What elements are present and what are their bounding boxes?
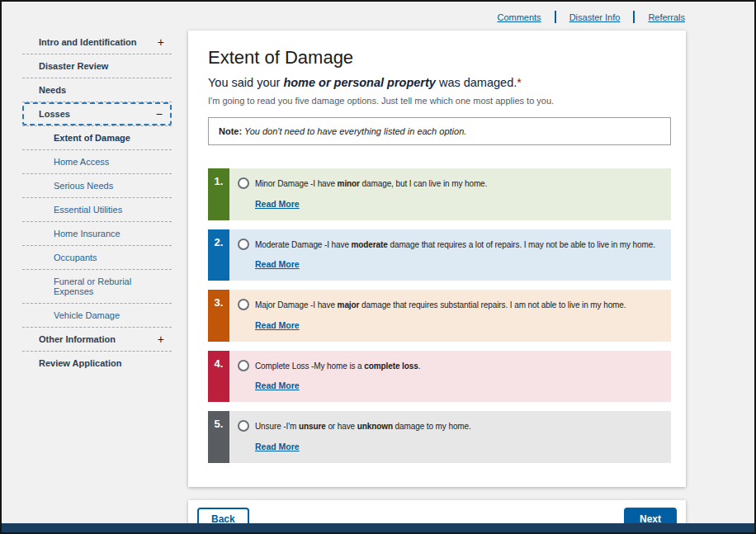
sidebar-item-serious-needs[interactable]: Serious Needs [22, 174, 172, 198]
question-text-post: was damaged. [436, 76, 517, 89]
option-body: Moderate Damage -I have moderate damage … [229, 229, 671, 281]
option-label: Unsure -I'm unsure or have unknown damag… [255, 421, 471, 432]
question-text-emphasis: home or personal property [283, 76, 436, 89]
option-number-badge: 4. [208, 351, 229, 403]
option-body: Major Damage -I have major damage that r… [229, 290, 671, 342]
page-title: Extent of Damage [208, 47, 671, 69]
top-nav-divider [633, 11, 635, 23]
option-label-row: Moderate Damage -I have moderate damage … [238, 239, 664, 251]
footer-bar [2, 523, 754, 532]
page-body: Intro and Identification + Disaster Revi… [2, 29, 754, 534]
sidebar-item-label: Other Information [39, 334, 116, 344]
read-more-link[interactable]: Read More [255, 259, 300, 269]
sidebar-item-funeral-or-reburial-expenses[interactable]: Funeral or Reburial Expenses [22, 270, 172, 304]
top-link-referrals[interactable]: Referrals [648, 12, 685, 22]
damage-option-minor: 1. Minor Damage -I have minor damage, bu… [208, 168, 671, 220]
option-number-badge: 1. [208, 168, 229, 220]
sidebar-item-other-information[interactable]: Other Information + [22, 328, 172, 352]
damage-options-list: 1. Minor Damage -I have minor damage, bu… [208, 168, 671, 463]
sidebar-item-home-access[interactable]: Home Access [22, 150, 172, 174]
option-label-row: Unsure -I'm unsure or have unknown damag… [238, 421, 664, 432]
option-label: Complete Loss -My home is a complete los… [255, 361, 420, 372]
sidebar-item-extent-of-damage[interactable]: Extent of Damage [22, 126, 172, 150]
question-text: You said your home or personal property … [208, 76, 671, 89]
sidebar-item-home-insurance[interactable]: Home Insurance [22, 222, 172, 246]
damage-option-complete-loss: 4. Complete Loss -My home is a complete … [208, 351, 671, 403]
top-nav: Comments Disaster Info Referrals [2, 2, 754, 29]
sidebar-item-intro-and-identification[interactable]: Intro and Identification + [22, 31, 172, 54]
option-number-badge: 5. [208, 411, 229, 463]
note-box: Note: You don't need to have everything … [208, 117, 671, 145]
required-asterisk: * [517, 76, 522, 89]
radio-button[interactable] [238, 360, 249, 371]
sidebar-item-label: Needs [39, 85, 66, 95]
sidebar-item-label: Intro and Identification [39, 37, 137, 47]
option-label-row: Complete Loss -My home is a complete los… [238, 361, 664, 372]
top-link-comments[interactable]: Comments [497, 12, 541, 22]
sidebar-item-review-application[interactable]: Review Application [22, 352, 172, 375]
question-text-pre: You said your [208, 76, 283, 89]
plus-icon[interactable]: + [158, 38, 168, 46]
app-window: Comments Disaster Info Referrals Intro a… [0, 0, 756, 534]
top-nav-divider [555, 11, 556, 23]
option-label-row: Minor Damage -I have minor damage, but I… [238, 178, 664, 190]
sidebar-item-label: Losses [39, 109, 70, 119]
option-label-row: Major Damage -I have major damage that r… [238, 300, 664, 311]
read-more-link[interactable]: Read More [255, 199, 300, 209]
radio-button[interactable] [238, 239, 249, 250]
plus-icon[interactable]: + [158, 335, 168, 343]
sidebar-losses-group: Losses − [22, 102, 172, 126]
minus-icon[interactable]: − [156, 110, 167, 118]
sidebar-item-label: Disaster Review [39, 61, 108, 71]
option-body: Unsure -I'm unsure or have unknown damag… [229, 411, 671, 463]
sidebar-item-disaster-review[interactable]: Disaster Review [22, 54, 172, 78]
damage-option-major: 3. Major Damage -I have major damage tha… [208, 290, 671, 342]
content-column: Extent of Damage You said your home or p… [188, 31, 686, 534]
option-label: Major Damage -I have major damage that r… [255, 300, 626, 311]
option-body: Complete Loss -My home is a complete los… [229, 351, 671, 403]
sidebar-item-needs[interactable]: Needs [22, 78, 172, 102]
option-label: Moderate Damage -I have moderate damage … [255, 239, 655, 251]
sidebar-item-label: Review Application [39, 358, 121, 368]
note-label: Note: [219, 126, 242, 136]
radio-button[interactable] [238, 299, 249, 310]
sidebar-item-losses[interactable]: Losses − [22, 102, 172, 125]
top-link-disaster-info[interactable]: Disaster Info [569, 12, 621, 22]
option-number-badge: 3. [208, 290, 229, 342]
note-text: You don't need to have everything listed… [242, 126, 466, 136]
radio-button[interactable] [238, 420, 249, 432]
read-more-link[interactable]: Read More [255, 442, 300, 451]
option-number-badge: 2. [208, 229, 229, 281]
damage-option-moderate: 2. Moderate Damage -I have moderate dama… [208, 229, 671, 281]
instruction-text: I'm going to read you five damage option… [208, 96, 671, 106]
option-body: Minor Damage -I have minor damage, but I… [229, 168, 671, 220]
sidebar-item-occupants[interactable]: Occupants [22, 246, 172, 270]
sidebar-nav: Intro and Identification + Disaster Revi… [22, 31, 172, 375]
radio-button[interactable] [238, 177, 249, 189]
read-more-link[interactable]: Read More [255, 320, 300, 330]
main-card: Extent of Damage You said your home or p… [188, 31, 686, 487]
option-label: Minor Damage -I have minor damage, but I… [255, 178, 487, 190]
sidebar-item-vehicle-damage[interactable]: Vehicle Damage [22, 304, 172, 328]
sidebar-item-essential-utilities[interactable]: Essential Utilities [22, 198, 172, 222]
read-more-link[interactable]: Read More [255, 380, 300, 390]
damage-option-unsure: 5. Unsure -I'm unsure or have unknown da… [208, 411, 671, 463]
